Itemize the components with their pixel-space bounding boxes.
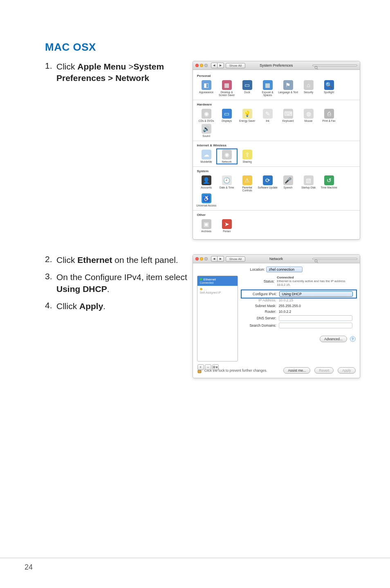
pref-label: Language & Text — [278, 91, 298, 94]
sysprefs-item-accounts[interactable]: 👤Accounts — [196, 175, 217, 193]
forward-button[interactable]: ▶ — [217, 256, 224, 262]
sysprefs-item-sound[interactable]: 🔊Sound — [196, 123, 217, 138]
sysprefs-item-expos-spaces[interactable]: ▦Exposé & Spaces — [258, 79, 278, 97]
window-controls[interactable] — [195, 257, 208, 260]
sysprefs-item-archives[interactable]: ▣Archives — [196, 218, 217, 233]
pref-label: Sharing — [237, 160, 258, 163]
remove-service-button[interactable]: − — [205, 364, 211, 370]
pref-label: Appearance — [196, 91, 217, 94]
help-button[interactable]: ? — [350, 336, 356, 342]
sysprefs-item-startup-disk[interactable]: ▧Startup Disk — [298, 175, 319, 193]
pref-label: Keyboard — [278, 119, 298, 122]
back-button[interactable]: ◀ — [211, 256, 217, 262]
step-text: Cllick Apply. — [56, 301, 193, 312]
apply-button[interactable]: Apply — [338, 367, 355, 374]
pref-label: Date & Time — [217, 186, 237, 189]
sysprefs-item-dock[interactable]: ▭Dock — [237, 79, 258, 97]
dns-input[interactable] — [279, 315, 352, 321]
sysprefs-item-speech[interactable]: 🎤Speech — [278, 175, 298, 193]
status-description: Ethernet is currently active and has the… — [277, 279, 355, 287]
pref-label: Sound — [196, 135, 217, 137]
section-heading: MAC OSX — [45, 41, 365, 54]
sysprefs-item-software-update[interactable]: ⟳Software Update — [258, 175, 278, 193]
zoom-icon[interactable] — [204, 64, 208, 67]
sysprefs-item-desktop-screen-saver[interactable]: ▦Desktop & Screen Saver — [217, 79, 237, 97]
sidebar-item-other[interactable]: … Self-Assigned IP — [197, 286, 238, 296]
add-service-button[interactable]: + — [197, 364, 204, 370]
pref-label: Perian — [217, 230, 237, 233]
assist-button[interactable]: Assist me... — [283, 367, 310, 374]
pref-label: Print & Fax — [319, 119, 339, 122]
pref-label: Startup Disk — [298, 186, 319, 189]
sysprefs-item-mouse[interactable]: ◍Mouse — [298, 108, 319, 123]
location-select[interactable]: zhel connection — [266, 267, 303, 272]
advanced-button[interactable]: Advanced... — [320, 336, 347, 342]
back-button[interactable]: ◀ — [211, 63, 217, 68]
pref-icon: ▧ — [304, 175, 314, 185]
sysprefs-item-keyboard[interactable]: ⌨Keyboard — [278, 108, 298, 123]
status-label: Status: — [242, 279, 277, 283]
pref-icon: ◉ — [202, 109, 211, 119]
pref-icon: ⎙ — [324, 109, 334, 119]
pref-icon: ◉ — [222, 150, 232, 159]
pref-icon: ⇪ — [242, 150, 252, 159]
sysprefs-item-time-machine[interactable]: ↺Time Machine — [319, 175, 339, 193]
search-domains-input[interactable] — [279, 323, 352, 328]
subnet-mask-value: 255.255.255.0 — [279, 304, 301, 308]
pref-icon: ♿ — [202, 193, 211, 203]
router-value: 10.0.2.2 — [279, 310, 291, 314]
close-icon[interactable] — [195, 64, 199, 67]
sysprefs-item-energy-saver[interactable]: 💡Energy Saver — [237, 108, 258, 123]
sidebar-item-ethernet[interactable]: Ethernet Connected — [197, 276, 238, 286]
step-2: 2. Click Ethernet on the left panel. — [45, 254, 193, 266]
sysprefs-item-cds-dvds[interactable]: ◉CDs & DVDs — [196, 108, 217, 123]
page-footer: 24 — [0, 558, 390, 572]
revert-button[interactable]: Revert — [314, 367, 334, 374]
forward-button[interactable]: ▶ — [217, 63, 224, 68]
svg-rect-4 — [198, 370, 201, 373]
subnet-mask-label: Subnet Mask: — [242, 304, 279, 308]
show-all-button[interactable]: Show All — [226, 256, 246, 262]
pref-icon: ▭ — [222, 109, 232, 119]
step-text: Click Apple Menu >System Preferences > N… — [56, 61, 193, 84]
zoom-icon[interactable] — [204, 257, 208, 260]
step-4: 4. Cllick Apply. — [45, 301, 193, 312]
sysprefs-item-security[interactable]: ⌂Security — [298, 79, 319, 97]
sysprefs-item-universal-access[interactable]: ♿Universal Access — [196, 193, 217, 208]
show-all-button[interactable]: Show All — [226, 63, 246, 68]
pref-label: Parental Controls — [237, 186, 258, 192]
pref-icon: ⌨ — [283, 109, 293, 119]
network-services-list[interactable]: Ethernet Connected … Self-Assigned IP + … — [197, 276, 238, 361]
sysprefs-item-parental-controls[interactable]: ⚠Parental Controls — [237, 175, 258, 193]
minimize-icon[interactable] — [200, 257, 203, 260]
page-number: 24 — [0, 563, 390, 572]
svg-line-3 — [317, 262, 318, 263]
search-input[interactable] — [312, 65, 357, 66]
minimize-icon[interactable] — [200, 64, 203, 67]
sysprefs-item-displays[interactable]: ▭Displays — [217, 108, 237, 123]
sysprefs-item-network[interactable]: ◉Network — [217, 149, 237, 164]
sysprefs-item-date-time[interactable]: 🕘Date & Time — [217, 175, 237, 193]
sysprefs-item-appearance[interactable]: ◧Appearance — [196, 79, 217, 97]
sysprefs-item-language-text[interactable]: ⚑Language & Text — [278, 79, 298, 97]
search-icon — [314, 259, 318, 263]
configure-ipv4-select[interactable]: Using DHCP — [279, 291, 353, 297]
service-actions-button[interactable]: ✲▾ — [212, 364, 219, 370]
close-icon[interactable] — [195, 257, 199, 260]
step-number: 3. — [45, 272, 56, 295]
step-text: Click Ethernet on the left panel. — [56, 254, 193, 266]
sysprefs-item-perian[interactable]: ➤Perian — [217, 218, 237, 233]
svg-point-2 — [315, 260, 317, 262]
sysprefs-item-spotlight[interactable]: 🔍Spotlight — [319, 79, 339, 97]
step-number: 4. — [45, 301, 56, 312]
pref-label: Archives — [196, 230, 217, 233]
sysprefs-section-label: System — [196, 167, 356, 174]
sysprefs-item-sharing[interactable]: ⇪Sharing — [237, 149, 258, 164]
sysprefs-item-ink[interactable]: ✎Ink — [258, 108, 278, 123]
sysprefs-item-mobileme[interactable]: ☁MobileMe — [196, 149, 217, 164]
search-input[interactable] — [312, 258, 357, 260]
titlebar: ◀ ▶ Show All Network — [193, 255, 360, 263]
sysprefs-item-print-fax[interactable]: ⎙Print & Fax — [319, 108, 339, 123]
pref-icon: ▭ — [242, 80, 252, 90]
window-controls[interactable] — [195, 64, 208, 67]
